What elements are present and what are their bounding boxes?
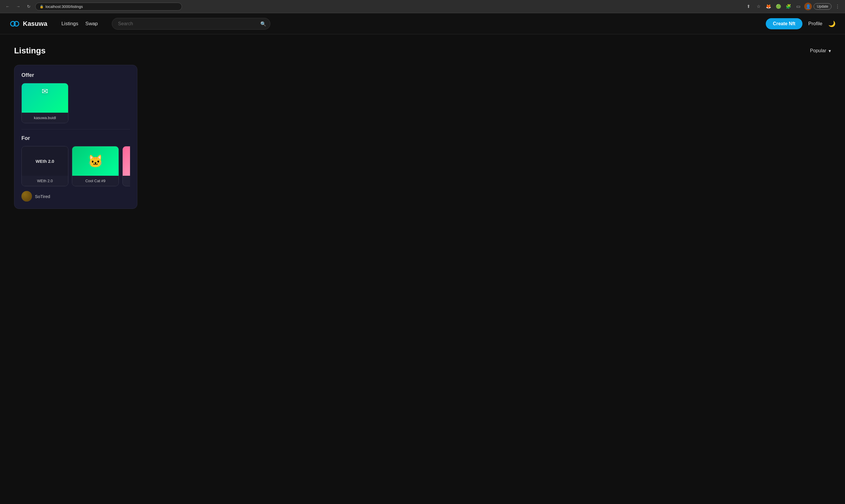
theme-toggle-button[interactable]: 🌙 (828, 20, 835, 27)
nft-label-cool-cat: Cool Cat #9 (72, 176, 119, 186)
logo[interactable]: Kasuwa (10, 18, 47, 29)
sort-dropdown[interactable]: Popular ▾ (810, 48, 831, 54)
nav-swap[interactable]: Swap (85, 21, 98, 27)
nft-item-partial[interactable] (122, 146, 130, 186)
sort-label: Popular (810, 48, 826, 53)
kasuwa-green-bg: ✉ (22, 83, 68, 113)
menu-icon[interactable]: ⋮ (833, 2, 842, 11)
browser-chrome: ← → ↻ 🔒 localhost:3000/listings ⬆ ☆ 🦊 🟢 … (0, 0, 845, 13)
nft-item-weth[interactable]: WEth 2.0 WEth 2.0 (21, 146, 68, 186)
section-divider (21, 129, 130, 129)
envelope-icon: ✉ (42, 87, 48, 96)
for-items-row: WEth 2.0 WEth 2.0 🐱 Cool Cat #9 (21, 146, 130, 186)
nft-label-kasuwa: kasuwa.buidl (22, 113, 68, 123)
create-nft-button[interactable]: Create Nft (766, 18, 802, 29)
nav-listings[interactable]: Listings (61, 21, 78, 27)
weth-text: WEth 2.0 (36, 159, 54, 164)
user-avatar-img (21, 191, 32, 201)
extension-icon-fox[interactable]: 🦊 (764, 2, 773, 11)
weth-dark-bg: WEth 2.0 (22, 146, 68, 176)
main-content: Listings Popular ▾ Offer ✉ kasuwa.buidl … (0, 34, 845, 221)
profile-avatar[interactable]: 👤 (804, 3, 812, 10)
address-bar[interactable]: 🔒 localhost:3000/listings (35, 3, 182, 11)
nft-image-kasuwa: ✉ (22, 83, 68, 113)
search-icon-button[interactable]: 🔍 (260, 21, 266, 26)
nav-links: Listings Swap (61, 21, 98, 27)
reload-button[interactable]: ↻ (25, 2, 33, 11)
svg-point-1 (14, 21, 19, 26)
nft-image-partial (123, 146, 130, 176)
page-title: Listings (14, 46, 46, 55)
url-text: localhost:3000/listings (46, 4, 83, 9)
page-header: Listings Popular ▾ (14, 46, 831, 55)
search-bar: 🔍 (112, 18, 270, 30)
for-label: For (21, 135, 130, 141)
back-button[interactable]: ← (3, 2, 12, 11)
window-icon[interactable]: ▭ (794, 2, 803, 11)
navbar: Kasuwa Listings Swap 🔍 Create Nft Profil… (0, 13, 845, 34)
nft-item-kasuwa[interactable]: ✉ kasuwa.buidl (21, 83, 68, 123)
pink-partial-bg (123, 146, 130, 176)
logo-text: Kasuwa (23, 20, 47, 28)
forward-button[interactable]: → (14, 2, 22, 11)
nft-image-weth: WEth 2.0 (22, 146, 68, 176)
user-row: SoTired (21, 191, 130, 201)
listing-card: Offer ✉ kasuwa.buidl For WEth 2.0 (14, 65, 137, 209)
nav-right: Create Nft Profile 🌙 (766, 18, 835, 29)
nft-image-cool-cat: 🐱 (72, 146, 119, 176)
browser-actions: ⬆ ☆ 🦊 🟢 🧩 ▭ 👤 Update ⋮ (744, 2, 842, 11)
extension-icon-puzzle[interactable]: 🧩 (784, 2, 792, 11)
extension-icon-circle[interactable]: 🟢 (774, 2, 782, 11)
share-icon[interactable]: ⬆ (744, 2, 753, 11)
profile-link[interactable]: Profile (808, 21, 822, 27)
offer-items-row: ✉ kasuwa.buidl (21, 83, 130, 123)
update-button[interactable]: Update (814, 3, 831, 10)
search-input[interactable] (112, 18, 270, 30)
logo-icon (10, 18, 20, 29)
cool-cat-icon: 🐱 (88, 154, 103, 168)
username: SoTired (35, 194, 50, 199)
nft-label-weth: WEth 2.0 (22, 176, 68, 186)
offer-label: Offer (21, 72, 130, 78)
nft-item-cool-cat[interactable]: 🐱 Cool Cat #9 (72, 146, 119, 186)
lock-icon: 🔒 (40, 5, 44, 8)
user-avatar (21, 191, 32, 201)
bookmark-icon[interactable]: ☆ (754, 2, 762, 11)
chevron-down-icon: ▾ (829, 48, 831, 54)
cool-cat-bg: 🐱 (72, 146, 119, 176)
